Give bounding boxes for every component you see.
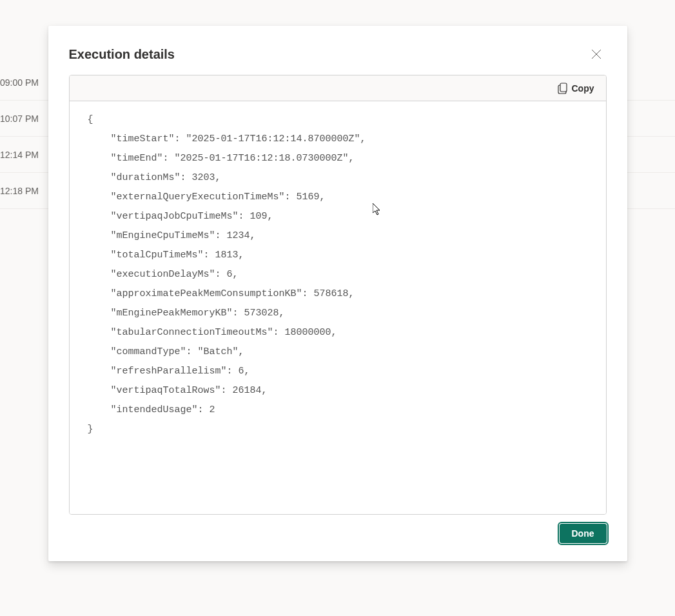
done-button[interactable]: Done (560, 524, 607, 543)
execution-details-modal: Execution details Copy { "timeS (48, 26, 627, 561)
modal-title: Execution details (69, 47, 175, 62)
modal-footer: Done (69, 524, 607, 543)
svg-rect-2 (560, 83, 567, 92)
modal-header: Execution details (69, 44, 607, 65)
copy-button[interactable]: Copy (554, 80, 598, 97)
close-button[interactable] (586, 44, 607, 65)
code-container: Copy { "timeStart": "2025-01-17T16:12:14… (69, 75, 607, 515)
json-code-block[interactable]: { "timeStart": "2025-01-17T16:12:14.8700… (70, 101, 606, 514)
close-icon (591, 49, 602, 59)
copy-label: Copy (572, 83, 594, 94)
modal-overlay: Execution details Copy { "timeS (0, 0, 675, 616)
copy-icon (558, 83, 568, 94)
code-toolbar: Copy (70, 75, 606, 101)
